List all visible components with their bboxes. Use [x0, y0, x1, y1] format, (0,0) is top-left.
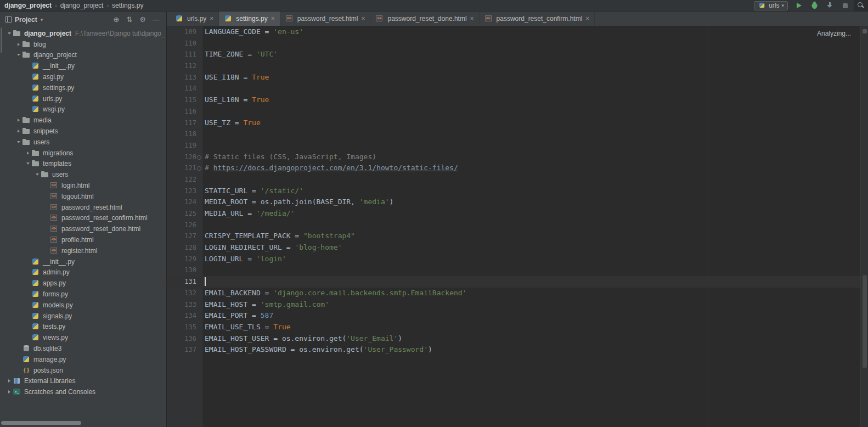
tree-horizontal-scrollbar[interactable] — [1, 421, 81, 425]
collapse-all-button[interactable]: ⇅ — [125, 16, 134, 23]
tab-close-icon[interactable]: × — [470, 15, 474, 23]
tree-item-asgi.py[interactable]: asgi.py — [0, 71, 165, 82]
code-line-110[interactable]: 110 — [167, 38, 861, 49]
tree-item-logout.html[interactable]: logout.html — [0, 191, 165, 202]
code-line-109[interactable]: 109LANGUAGE_CODE = 'en-us' — [167, 26, 861, 38]
tree-item-manage.py[interactable]: manage.py — [0, 354, 165, 365]
search-everywhere-button[interactable] — [854, 0, 868, 11]
code-line-114[interactable]: 114 — [167, 83, 861, 94]
tree-item-migrations[interactable]: migrations — [0, 148, 165, 159]
code-line-135[interactable]: 135EMAIL_USE_TLS = True — [167, 322, 861, 333]
code-line-127[interactable]: 127CRISPY_TEMPLATE_PACK = "bootstrap4" — [167, 231, 861, 242]
tree-item-signals.py[interactable]: signals.py — [0, 311, 165, 322]
locate-file-button[interactable]: ⊕ — [111, 16, 121, 23]
tree-item-login.html[interactable]: login.html — [0, 180, 165, 191]
tree-item-tests.py[interactable]: tests.py — [0, 322, 165, 333]
code-line-126[interactable]: 126 — [167, 220, 861, 231]
chevron-open-icon[interactable] — [15, 141, 22, 143]
editor-scrollbar-track[interactable] — [860, 26, 868, 427]
tab-close-icon[interactable]: × — [585, 15, 589, 23]
tree-item-password_reset_done.html[interactable]: password_reset_done.html — [0, 223, 165, 234]
run-configuration-selector[interactable]: urls ▾ — [754, 1, 788, 10]
tree-item-blog[interactable]: blog — [0, 39, 165, 50]
tree-item-snippets[interactable]: snippets — [0, 126, 165, 137]
code-line-117[interactable]: 117USE_TZ = True — [167, 117, 861, 129]
code-line-111[interactable]: 111TIME_ZONE = 'UTC' — [167, 49, 861, 60]
tree-vertical-scrollbar[interactable] — [1, 27, 2, 53]
tree-item-__init__.py[interactable]: __init__.py — [0, 60, 165, 71]
tree-item-django_project[interactable]: django_projectF:\Tanweer\Django tut\djan… — [0, 28, 165, 39]
tree-item-forms.py[interactable]: forms.py — [0, 289, 165, 300]
tab-close-icon[interactable]: × — [271, 15, 275, 23]
code-line-113[interactable]: 113USE_I18N = True — [167, 72, 861, 83]
tree-item-users[interactable]: users — [0, 137, 165, 148]
code-editor[interactable]: 109LANGUAGE_CODE = 'en-us'110111TIME_ZON… — [167, 26, 861, 427]
code-line-119[interactable]: 119 — [167, 140, 861, 151]
coverage-button[interactable] — [825, 1, 834, 10]
chevron-down-icon[interactable]: ▾ — [41, 17, 43, 23]
run-button[interactable] — [794, 1, 803, 10]
tree-item-External Libraries[interactable]: External Libraries — [0, 376, 165, 387]
settings-gear-button[interactable]: ⚙ — [138, 16, 148, 23]
scrollbar-thumb[interactable] — [863, 275, 867, 368]
tree-item-media[interactable]: media — [0, 115, 165, 126]
breadcrumb-file[interactable]: settings.py — [112, 2, 143, 9]
breadcrumb-package[interactable]: django_project — [60, 2, 104, 9]
tree-item-settings.py[interactable]: settings.py — [0, 82, 165, 93]
code-line-123[interactable]: 123STATIC_URL = '/static/' — [167, 186, 861, 197]
code-line-136[interactable]: 136EMAIL_HOST_USER = os.environ.get('Use… — [167, 333, 861, 345]
tree-item-profile.html[interactable]: profile.html — [0, 234, 165, 245]
code-line-122[interactable]: 122 — [167, 174, 861, 186]
code-line-124[interactable]: 124MEDIA_ROOT = os.path.join(BASE_DIR, '… — [167, 196, 861, 208]
code-line-130[interactable]: 130 — [167, 265, 861, 276]
chevron-closed-icon[interactable] — [5, 379, 13, 383]
chevron-open-icon[interactable] — [33, 173, 41, 176]
tree-item-users[interactable]: users — [0, 169, 165, 180]
tree-item-models.py[interactable]: models.py — [0, 300, 165, 311]
project-panel-title[interactable]: Project — [15, 16, 37, 24]
tree-item-admin.py[interactable]: admin.py — [0, 267, 165, 278]
chevron-closed-icon[interactable] — [24, 151, 31, 155]
tree-item-django_project[interactable]: django_project — [0, 50, 165, 61]
chevron-closed-icon[interactable] — [15, 43, 22, 46]
code-line-115[interactable]: 115USE_L10N = True — [167, 94, 861, 106]
chevron-closed-icon[interactable] — [15, 130, 22, 133]
code-line-128[interactable]: 128LOGIN_REDIRECT_URL = 'blog-home' — [167, 242, 861, 254]
chevron-open-icon[interactable] — [24, 162, 31, 165]
code-line-129[interactable]: 129LOGIN_URL = 'login' — [167, 254, 861, 265]
chevron-closed-icon[interactable] — [15, 119, 22, 122]
tab-password_reset.html[interactable]: password_reset.html× — [280, 11, 371, 26]
code-line-121[interactable]: 121# https://docs.djangoproject.com/en/3… — [167, 162, 861, 174]
code-line-116[interactable]: 116 — [167, 106, 861, 117]
tree-item-password_reset_confirm.html[interactable]: password_reset_confirm.html — [0, 213, 165, 224]
tab-close-icon[interactable]: × — [210, 15, 213, 23]
tab-settings.py[interactable]: settings.py× — [219, 11, 280, 26]
tree-item-posts.json[interactable]: posts.json — [0, 365, 165, 376]
code-line-118[interactable]: 118 — [167, 128, 861, 140]
tab-urls.py[interactable]: urls.py× — [170, 11, 219, 26]
breadcrumb-project[interactable]: django_project — [4, 2, 52, 9]
tab-password_reset_done.html[interactable]: password_reset_done.html× — [370, 11, 479, 26]
tree-item-__init__.py[interactable]: __init__.py — [0, 256, 165, 267]
code-line-137[interactable]: 137EMAIL_HOST_PASSWORD = os.environ.get(… — [167, 344, 861, 356]
hide-panel-button[interactable]: — — [151, 16, 161, 23]
code-line-132[interactable]: 132EMAIL_BACKEND = 'django.core.mail.bac… — [167, 288, 861, 299]
tree-item-urls.py[interactable]: urls.py — [0, 93, 165, 104]
tree-item-register.html[interactable]: register.html — [0, 245, 165, 256]
code-line-112[interactable]: 112 — [167, 60, 861, 72]
tree-item-apps.py[interactable]: apps.py — [0, 278, 165, 289]
chevron-open-icon[interactable] — [15, 54, 22, 56]
tree-item-templates[interactable]: templates — [0, 159, 165, 170]
code-line-133[interactable]: 133EMAIL_HOST = 'smtp.gmail.com' — [167, 299, 861, 311]
tree-item-wsgi.py[interactable]: wsgi.py — [0, 104, 165, 115]
code-line-134[interactable]: 134EMAIL_PORT = 587 — [167, 310, 861, 322]
tab-close-icon[interactable]: × — [361, 15, 365, 23]
code-line-131[interactable]: 131 — [167, 276, 861, 288]
code-line-120[interactable]: 120# Static files (CSS, JavaScript, Imag… — [167, 151, 861, 163]
code-line-125[interactable]: 125MEDIA_URL = '/media/' — [167, 208, 861, 220]
tree-item-views.py[interactable]: views.py — [0, 332, 165, 343]
chevron-open-icon[interactable] — [5, 32, 13, 35]
tree-item-db.sqlite3[interactable]: db.sqlite3 — [0, 343, 165, 354]
tree-item-password_reset.html[interactable]: password_reset.html — [0, 202, 165, 213]
tab-password_reset_confirm.html[interactable]: password_reset_confirm.html× — [480, 11, 595, 26]
